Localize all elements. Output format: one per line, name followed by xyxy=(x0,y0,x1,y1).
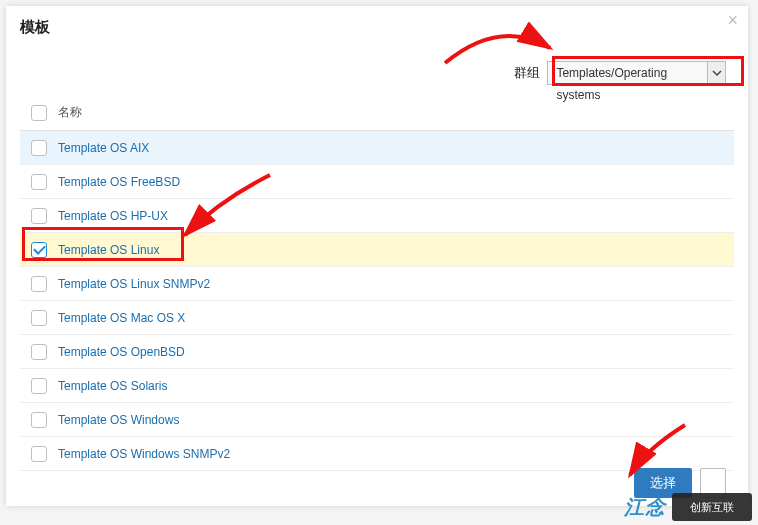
template-link[interactable]: Template OS Mac OS X xyxy=(58,311,185,325)
table-row[interactable]: Template OS FreeBSD xyxy=(20,165,734,199)
table-row[interactable]: Template OS Windows SNMPv2 xyxy=(20,437,734,471)
template-link[interactable]: Template OS Windows SNMPv2 xyxy=(58,447,230,461)
row-checkbox[interactable] xyxy=(31,378,47,394)
row-checkbox[interactable] xyxy=(31,208,47,224)
template-link[interactable]: Template OS Linux SNMPv2 xyxy=(58,277,210,291)
modal-title: 模板 xyxy=(6,6,748,43)
table-row[interactable]: Template OS OpenBSD xyxy=(20,335,734,369)
template-link[interactable]: Template OS AIX xyxy=(58,141,149,155)
row-checkbox[interactable] xyxy=(31,140,47,156)
row-checkbox[interactable] xyxy=(31,276,47,292)
select-all-checkbox[interactable] xyxy=(31,105,47,121)
template-link[interactable]: Template OS Windows xyxy=(58,413,179,427)
chevron-down-icon[interactable] xyxy=(707,62,725,84)
watermark: 江念 创新互联 xyxy=(624,493,752,521)
group-label: 群组 xyxy=(514,65,540,80)
group-select-value: Templates/Operating systems xyxy=(548,62,703,106)
row-checkbox[interactable] xyxy=(31,242,47,258)
column-name-header: 名称 xyxy=(58,104,82,121)
template-modal: × 模板 群组 Templates/Operating systems 名称 T… xyxy=(6,6,748,506)
table-row[interactable]: Template OS Windows xyxy=(20,403,734,437)
template-link[interactable]: Template OS OpenBSD xyxy=(58,345,185,359)
template-link[interactable]: Template OS FreeBSD xyxy=(58,175,180,189)
row-checkbox[interactable] xyxy=(31,344,47,360)
table-row[interactable]: Template OS HP-UX xyxy=(20,199,734,233)
template-link[interactable]: Template OS Linux xyxy=(58,243,159,257)
row-checkbox[interactable] xyxy=(31,446,47,462)
templates-table: 名称 Template OS AIXTemplate OS FreeBSDTem… xyxy=(6,95,748,471)
watermark-logo: 创新互联 xyxy=(672,493,752,521)
table-row[interactable]: Template OS Linux xyxy=(20,233,734,267)
row-checkbox[interactable] xyxy=(31,310,47,326)
close-icon[interactable]: × xyxy=(727,10,738,31)
group-select[interactable]: Templates/Operating systems xyxy=(547,61,726,85)
group-filter-row: 群组 Templates/Operating systems xyxy=(6,43,748,95)
table-row[interactable]: Template OS Solaris xyxy=(20,369,734,403)
table-row[interactable]: Template OS Linux SNMPv2 xyxy=(20,267,734,301)
watermark-text: 江念 xyxy=(624,494,666,521)
table-row[interactable]: Template OS AIX xyxy=(20,131,734,165)
table-row[interactable]: Template OS Mac OS X xyxy=(20,301,734,335)
row-checkbox[interactable] xyxy=(31,174,47,190)
template-link[interactable]: Template OS HP-UX xyxy=(58,209,168,223)
template-link[interactable]: Template OS Solaris xyxy=(58,379,167,393)
row-checkbox[interactable] xyxy=(31,412,47,428)
